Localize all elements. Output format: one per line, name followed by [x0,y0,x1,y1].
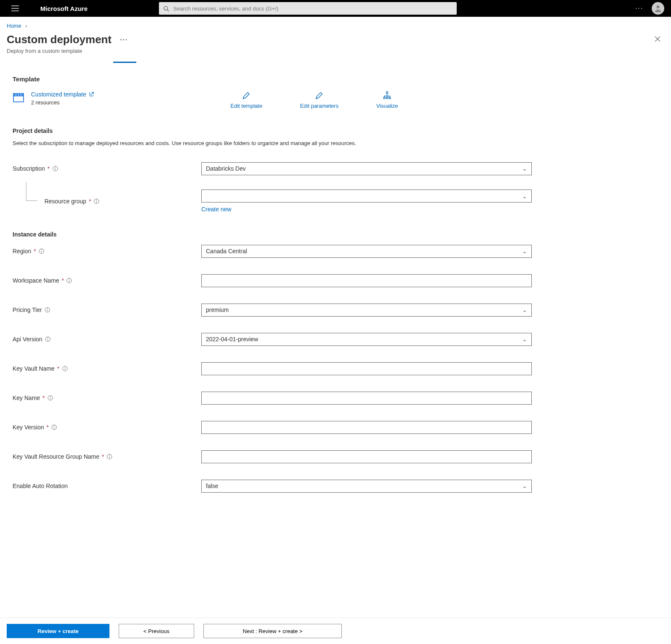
api-version-select[interactable]: 2022-04-01-preview ⌄ [201,333,532,346]
breadcrumb-home[interactable]: Home [7,23,21,29]
svg-line-13 [91,92,94,95]
svg-point-29 [69,279,70,280]
svg-point-38 [65,367,65,368]
svg-point-23 [96,200,97,200]
svg-rect-14 [386,92,388,93]
topbar-more-icon[interactable]: ··· [635,5,643,12]
key-version-label: Key Version * [13,424,201,431]
instance-details-title: Instance details [13,231,533,238]
page-more-icon[interactable]: ··· [120,36,128,44]
info-icon[interactable] [52,166,58,171]
region-label: Region * [13,248,201,254]
chevron-right-icon: › [25,23,27,29]
chevron-down-icon: ⌄ [522,306,527,313]
subscription-label: Subscription * [13,165,201,172]
key-name-label: Key Name * [13,395,201,401]
customized-template-link[interactable]: Customized template [31,91,94,98]
svg-rect-16 [386,97,388,99]
info-icon[interactable] [45,336,51,342]
svg-point-32 [47,309,48,309]
svg-point-20 [55,167,55,168]
chevron-down-icon: ⌄ [522,165,527,172]
chevron-down-icon: ⌄ [522,248,527,254]
chevron-down-icon: ⌄ [522,483,527,489]
pencil-icon [315,91,324,100]
page-subtitle: Deploy from a custom template [7,48,128,54]
key-name-input[interactable] [201,392,532,405]
breadcrumb: Home › [0,17,671,33]
svg-point-47 [109,455,110,456]
visualize-button[interactable]: Visualize [376,91,398,109]
page-title-text: Custom deployment [7,33,112,46]
pricing-tier-label: Pricing Tier [13,306,201,313]
hierarchy-icon [382,91,392,100]
info-icon[interactable] [62,366,68,371]
key-vault-rg-label: Key Vault Resource Group Name * [13,453,201,460]
key-vault-name-input[interactable] [201,362,532,375]
edit-template-button[interactable]: Edit template [231,91,263,109]
project-details-desc: Select the subscription to manage deploy… [13,139,503,148]
page-title: Custom deployment ··· [7,33,128,46]
info-icon[interactable] [44,307,50,313]
info-icon[interactable] [39,248,44,254]
svg-point-35 [47,338,48,338]
info-icon[interactable] [47,395,53,401]
chevron-down-icon: ⌄ [522,193,527,200]
info-icon[interactable] [66,278,72,283]
auto-rotation-select[interactable]: false ⌄ [201,480,532,493]
create-new-link[interactable]: Create new [201,206,231,213]
avatar[interactable] [652,2,664,15]
key-vault-name-label: Key Vault Name * [13,365,201,372]
info-icon[interactable] [107,454,112,460]
resource-group-select[interactable]: ⌄ [201,190,532,203]
svg-point-26 [41,250,42,250]
pencil-icon [242,91,251,100]
edit-template-label: Edit template [231,103,263,109]
search-box[interactable] [159,2,457,15]
key-vault-rg-input[interactable] [201,450,532,463]
workspace-name-label: Workspace Name * [13,277,201,284]
project-details-title: Project details [13,127,533,134]
close-icon[interactable] [654,33,664,44]
user-icon [653,4,663,13]
external-link-icon [89,92,94,97]
template-file-icon [13,91,24,103]
svg-point-41 [50,397,50,397]
svg-line-4 [167,10,169,11]
topbar: Microsoft Azure ··· [0,0,671,17]
resource-group-label: Resource group * [13,198,201,205]
api-version-label: Api Version [13,336,201,343]
search-icon [163,5,169,12]
workspace-name-input[interactable] [201,274,532,287]
svg-point-3 [164,6,168,10]
key-version-input[interactable] [201,421,532,434]
customized-template-label: Customized template [31,91,86,98]
svg-rect-15 [384,97,385,99]
chevron-down-icon: ⌄ [522,336,527,343]
auto-rotation-label: Enable Auto Rotation [13,483,201,489]
template-resources-count: 2 resources [31,99,94,106]
brand: Microsoft Azure [40,5,88,12]
search-input[interactable] [173,5,453,12]
svg-point-5 [656,5,659,8]
visualize-label: Visualize [376,103,398,109]
hamburger-menu-icon[interactable] [7,5,23,12]
subscription-select[interactable]: Databricks Dev ⌄ [201,162,532,175]
info-icon[interactable] [51,424,57,430]
svg-point-44 [54,426,55,426]
edit-parameters-label: Edit parameters [300,103,338,109]
pricing-tier-select[interactable]: premium ⌄ [201,304,532,317]
edit-parameters-button[interactable]: Edit parameters [300,91,338,109]
template-section-title: Template [13,75,533,83]
region-select[interactable]: Canada Central ⌄ [201,245,532,258]
info-icon[interactable] [94,198,99,204]
svg-rect-17 [389,97,391,99]
